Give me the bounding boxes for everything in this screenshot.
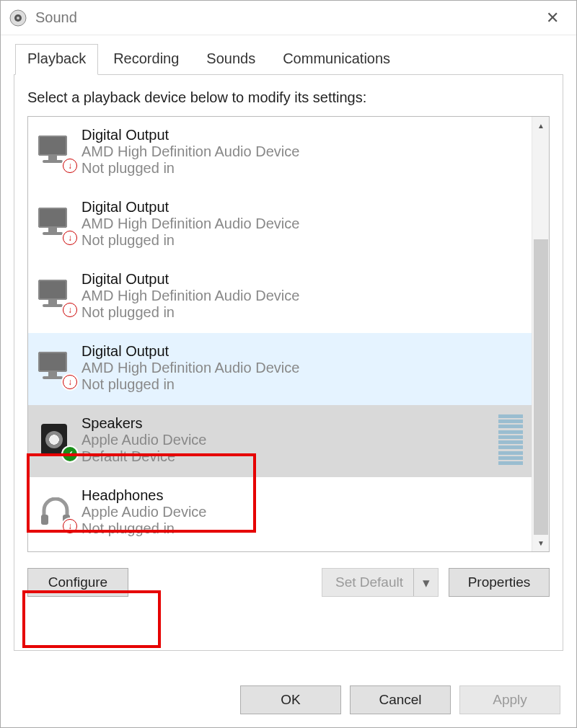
scroll-down-icon[interactable]: ▼ [532, 534, 550, 551]
tabstrip: Playback Recording Sounds Communications [1, 35, 576, 75]
panel-button-row: Configure Set Default ▾ Properties [27, 568, 550, 597]
playback-panel: Select a playback device below to modify… [14, 74, 563, 651]
device-name: Digital Output [82, 127, 299, 143]
tab-label: Communications [283, 50, 390, 66]
device-desc: AMD High Definition Audio Device [82, 216, 299, 232]
level-meter-icon [498, 414, 524, 465]
device-row[interactable]: Digital Output AMD High Definition Audio… [28, 189, 532, 261]
sound-app-icon [9, 9, 27, 27]
device-desc: AMD High Definition Audio Device [82, 288, 299, 304]
device-status: Not plugged in [82, 160, 299, 177]
device-text: Digital Output AMD High Definition Audio… [82, 127, 299, 177]
device-name: Digital Output [82, 343, 299, 360]
svg-rect-3 [41, 515, 48, 525]
chevron-down-icon[interactable]: ▾ [413, 569, 438, 596]
ok-button[interactable]: OK [240, 685, 341, 714]
cancel-button[interactable]: Cancel [350, 685, 451, 714]
close-icon[interactable]: ✕ [537, 4, 568, 32]
titlebar: Sound ✕ [1, 1, 576, 35]
sound-dialog: Sound ✕ Playback Recording Sounds Commun… [0, 0, 577, 728]
device-desc: Apple Audio Device [82, 504, 206, 520]
properties-button[interactable]: Properties [449, 568, 550, 597]
device-list: Digital Output AMD High Definition Audio… [28, 117, 532, 551]
button-label: Properties [468, 574, 531, 590]
scroll-thumb[interactable] [534, 239, 548, 535]
dialog-button-row: OK Cancel Apply [240, 685, 560, 714]
device-desc: Apple Audio Device [82, 432, 206, 448]
device-name: Digital Output [82, 271, 299, 288]
device-listbox[interactable]: Digital Output AMD High Definition Audio… [27, 116, 550, 552]
device-text: Digital Output AMD High Definition Audio… [82, 271, 299, 321]
device-status: Default Device [82, 448, 206, 465]
device-status: Not plugged in [82, 520, 206, 537]
button-label: Cancel [379, 692, 421, 708]
window-title: Sound [35, 9, 537, 26]
tab-label: Sounds [206, 50, 255, 66]
svg-point-2 [17, 17, 19, 19]
device-status: Not plugged in [82, 232, 299, 249]
device-row[interactable]: Digital Output AMD High Definition Audio… [28, 333, 532, 405]
instruction-text: Select a playback device below to modify… [27, 89, 550, 106]
button-label: Apply [493, 692, 527, 708]
device-status: Not plugged in [82, 304, 299, 321]
device-text: Digital Output AMD High Definition Audio… [82, 199, 299, 249]
unplugged-badge-icon [63, 375, 77, 389]
device-text: Digital Output AMD High Definition Audio… [82, 343, 299, 393]
default-badge-icon [63, 447, 77, 461]
button-label: OK [281, 692, 300, 708]
device-desc: AMD High Definition Audio Device [82, 143, 299, 160]
unplugged-badge-icon [63, 303, 77, 317]
device-desc: AMD High Definition Audio Device [82, 360, 299, 376]
configure-button[interactable]: Configure [27, 568, 128, 597]
apply-button[interactable]: Apply [459, 685, 560, 714]
unplugged-badge-icon [63, 231, 77, 245]
tab-communications[interactable]: Communications [270, 44, 402, 75]
device-status: Not plugged in [82, 376, 299, 393]
monitor-icon [35, 131, 76, 172]
device-row[interactable]: Headphones Apple Audio Device Not plugge… [28, 477, 532, 549]
device-text: Speakers Apple Audio Device Default Devi… [82, 415, 206, 465]
device-name: Digital Output [82, 199, 299, 216]
scrollbar[interactable]: ▲ ▼ [532, 117, 549, 551]
tab-label: Recording [113, 50, 179, 66]
tab-sounds[interactable]: Sounds [194, 44, 268, 75]
unplugged-badge-icon [63, 159, 77, 173]
speaker-icon [35, 420, 76, 460]
button-label: Set Default [335, 574, 403, 590]
device-row[interactable]: Speakers Apple Audio Device Default Devi… [28, 405, 532, 477]
device-row[interactable]: Digital Output AMD High Definition Audio… [28, 117, 532, 189]
tab-recording[interactable]: Recording [101, 44, 191, 75]
tab-label: Playback [27, 50, 86, 66]
device-name: Headphones [82, 487, 206, 504]
tab-playback[interactable]: Playback [15, 44, 98, 75]
unplugged-badge-icon [63, 519, 77, 533]
monitor-icon [35, 203, 76, 244]
scroll-up-icon[interactable]: ▲ [532, 117, 550, 134]
device-row[interactable]: Digital Output AMD High Definition Audio… [28, 261, 532, 333]
button-label: Configure [48, 574, 107, 590]
device-text: Headphones Apple Audio Device Not plugge… [82, 487, 206, 537]
headphones-icon [35, 492, 76, 532]
monitor-icon [35, 347, 76, 388]
device-name: Speakers [82, 415, 206, 432]
set-default-button[interactable]: Set Default ▾ [322, 568, 439, 597]
monitor-icon [35, 275, 76, 316]
